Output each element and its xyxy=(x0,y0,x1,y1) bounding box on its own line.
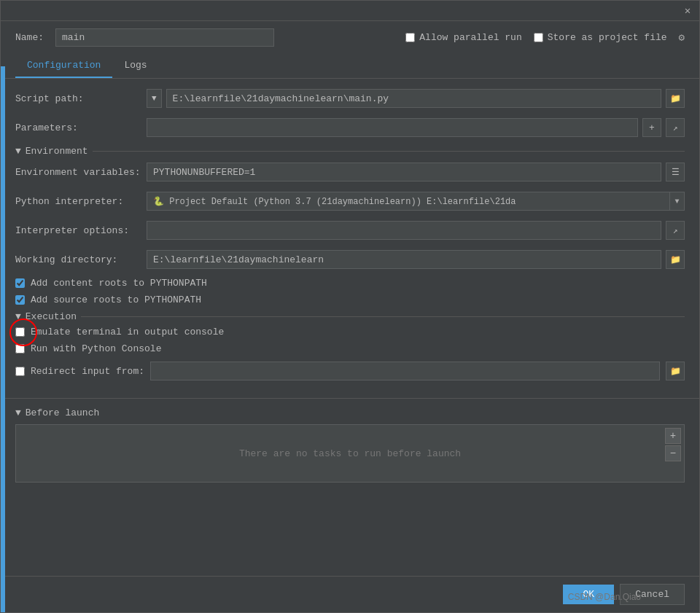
execution-section-label: Execution xyxy=(26,311,77,322)
env-variables-input-wrap: ☰ xyxy=(147,163,685,181)
execution-collapse-icon[interactable]: ▼ xyxy=(15,311,21,322)
python-interpreter-row: Python interpreter: 🐍 Project Default (P… xyxy=(15,190,685,212)
parameters-input-wrap: + ↗ xyxy=(147,118,685,137)
execution-section-header: ▼ Execution xyxy=(15,311,685,322)
expand2-icon: ↗ xyxy=(673,226,678,235)
folder2-icon: 📁 xyxy=(670,254,681,265)
close-button[interactable]: ✕ xyxy=(682,5,693,17)
env-edit-icon: ☰ xyxy=(672,167,680,178)
store-project-checkbox[interactable] xyxy=(534,33,543,42)
add-content-roots-label: Add content roots to PYTHONPATH xyxy=(31,278,207,289)
add-source-roots-checkbox[interactable] xyxy=(15,295,25,305)
interpreter-options-label: Interpreter options: xyxy=(15,225,147,236)
interpreter-value-display[interactable]: 🐍 Project Default (Python 3.7 (21daymach… xyxy=(147,192,670,211)
title-bar: ✕ xyxy=(1,1,699,21)
interpreter-options-expand-btn[interactable]: ↗ xyxy=(666,221,685,240)
interpreter-dropdown-arrow-icon: ▼ xyxy=(674,198,679,206)
add-content-roots-checkbox[interactable] xyxy=(15,278,25,288)
interpreter-select-row: 🐍 Project Default (Python 3.7 (21daymach… xyxy=(147,192,685,211)
script-path-label: Script path: xyxy=(15,93,147,104)
add-source-roots-label: Add source roots to PYTHONPATH xyxy=(31,294,201,305)
tabs-bar: Configuration Logs xyxy=(1,54,699,79)
watermark: CSDN @Dan.Qiao xyxy=(568,592,641,602)
env-variables-label: Environment variables: xyxy=(15,167,147,178)
before-launch-collapse-icon[interactable]: ▼ xyxy=(15,407,21,418)
python-interpreter-input-wrap: 🐍 Project Default (Python 3.7 (21daymach… xyxy=(147,192,685,211)
name-label: Name: xyxy=(15,32,44,43)
redirect-input-label: Redirect input from: xyxy=(31,366,144,377)
env-variables-browse-btn[interactable]: ☰ xyxy=(666,163,685,181)
run-python-console-label: Run with Python Console xyxy=(31,343,161,354)
store-project-label: Store as project file xyxy=(548,32,667,43)
run-python-console-checkbox[interactable] xyxy=(15,344,25,354)
working-directory-browse-btn[interactable]: 📁 xyxy=(666,250,685,269)
before-launch-label: Before launch xyxy=(26,407,99,418)
header-row: Name: Allow parallel run Store as projec… xyxy=(1,21,699,54)
before-launch-buttons: + − xyxy=(665,428,681,461)
redirect-input-row: Redirect input from: 📁 xyxy=(15,360,685,382)
plus2-icon: + xyxy=(670,430,676,442)
interpreter-options-input-wrap: ↗ xyxy=(147,221,685,240)
environment-collapse-icon[interactable]: ▼ xyxy=(15,146,21,157)
working-directory-row: Working directory: 📁 xyxy=(15,249,685,270)
parameters-label: Parameters: xyxy=(15,122,147,133)
script-type-dropdown[interactable]: ▼ xyxy=(147,89,162,108)
interpreter-dropdown-btn[interactable]: ▼ xyxy=(670,192,685,211)
form-area: Script path: ▼ 📁 Parameters: xyxy=(1,79,699,398)
dropdown-arrow-icon: ▼ xyxy=(152,94,157,103)
folder-icon: 📁 xyxy=(670,93,681,104)
working-directory-label: Working directory: xyxy=(15,254,147,265)
gear-icon[interactable]: ⚙ xyxy=(679,31,685,44)
store-project-row: Store as project file xyxy=(534,32,667,43)
interpreter-options-input[interactable] xyxy=(147,221,661,240)
environment-section-label: Environment xyxy=(26,146,88,157)
before-launch-remove-btn[interactable]: − xyxy=(665,445,681,461)
redirect-input-checkbox[interactable] xyxy=(15,367,25,376)
before-launch-empty-text: There are no tasks to run before launch xyxy=(239,448,461,459)
env-variables-input[interactable] xyxy=(147,163,661,181)
run-python-console-item: Run with Python Console xyxy=(15,343,685,354)
before-launch-header: ▼ Before launch xyxy=(15,407,685,418)
before-launch-add-btn[interactable]: + xyxy=(665,428,681,444)
parameters-add-btn[interactable]: + xyxy=(642,118,661,137)
redirect-input-content: Redirect input from: 📁 xyxy=(15,362,685,380)
python-interpreter-text: 🐍 Project Default (Python 3.7 (21daymach… xyxy=(153,196,516,207)
emulate-terminal-label: Emulate terminal in output console xyxy=(31,327,224,337)
left-accent-bar xyxy=(1,66,5,612)
before-launch-area: There are no tasks to run before launch … xyxy=(15,424,685,483)
parameters-row: Parameters: + ↗ xyxy=(15,117,685,138)
redirect-input-field[interactable] xyxy=(150,362,660,380)
name-input[interactable] xyxy=(55,28,274,47)
tab-configuration[interactable]: Configuration xyxy=(15,54,112,78)
emulate-terminal-checkbox[interactable] xyxy=(15,327,25,337)
expand-icon: ↗ xyxy=(673,123,678,133)
env-variables-row: Environment variables: ☰ xyxy=(15,161,685,183)
plus-icon: + xyxy=(649,122,655,133)
python-interpreter-label: Python interpreter: xyxy=(15,196,147,207)
minus-icon: − xyxy=(670,448,676,459)
run-config-dialog: ✕ Name: Allow parallel run Store as proj… xyxy=(0,0,700,613)
script-path-input-wrap: ▼ 📁 xyxy=(147,89,685,108)
working-directory-input-wrap: 📁 xyxy=(147,250,685,269)
redirect-browse-btn[interactable]: 📁 xyxy=(666,362,685,380)
before-launch-section: ▼ Before launch There are no tasks to ru… xyxy=(1,398,699,491)
allow-parallel-label: Allow parallel run xyxy=(419,32,521,43)
environment-section-header: ▼ Environment xyxy=(15,146,685,157)
add-source-roots-item: Add source roots to PYTHONPATH xyxy=(15,294,685,305)
allow-parallel-row: Allow parallel run xyxy=(405,32,521,43)
main-content: Script path: ▼ 📁 Parameters: xyxy=(1,79,699,576)
allow-parallel-checkbox[interactable] xyxy=(405,33,415,42)
add-content-roots-item: Add content roots to PYTHONPATH xyxy=(15,278,685,289)
script-path-browse-btn[interactable]: 📁 xyxy=(666,89,685,108)
folder3-icon: 📁 xyxy=(670,366,681,377)
parameters-input[interactable] xyxy=(147,118,638,137)
tab-logs[interactable]: Logs xyxy=(112,54,158,78)
emulate-terminal-row: Emulate terminal in output console xyxy=(15,327,685,337)
interpreter-options-row: Interpreter options: ↗ xyxy=(15,219,685,241)
script-path-input[interactable] xyxy=(166,89,661,108)
script-path-row: Script path: ▼ 📁 xyxy=(15,87,685,109)
working-directory-input[interactable] xyxy=(147,250,661,269)
parameters-expand-btn[interactable]: ↗ xyxy=(666,118,685,137)
header-options: Allow parallel run Store as project file… xyxy=(405,31,685,44)
